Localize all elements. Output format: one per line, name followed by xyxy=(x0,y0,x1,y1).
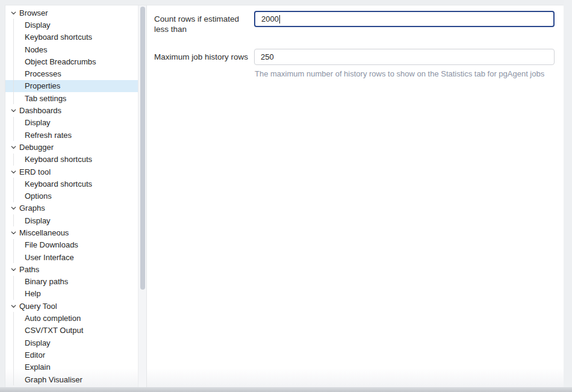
chevron-down-icon[interactable] xyxy=(9,143,17,151)
sidebar-item-label: Nodes xyxy=(25,45,48,54)
input-value: 2000 xyxy=(261,14,279,23)
sidebar-item-display[interactable]: Display xyxy=(5,214,138,226)
field-help-text: The maximum number of history rows to sh… xyxy=(254,69,555,79)
sidebar-item-label: Miscellaneous xyxy=(19,228,69,237)
sidebar-item-refresh-rates[interactable]: Refresh rates xyxy=(5,129,138,141)
sidebar-item-object-breadcrumbs[interactable]: Object Breadcrumbs xyxy=(5,55,138,67)
field-input-area: 250The maximum number of history rows to… xyxy=(254,49,555,79)
sidebar-item-properties[interactable]: Properties xyxy=(5,80,138,92)
sidebar-scrollbar-track[interactable] xyxy=(138,5,146,387)
sidebar-item-label: Processes xyxy=(25,69,61,78)
sidebar-item-label: Help xyxy=(25,289,41,298)
sidebar-item-display[interactable]: Display xyxy=(5,19,138,31)
sidebar-item-query-tool[interactable]: Query Tool xyxy=(5,300,138,312)
sidebar-item-label: Graphs xyxy=(19,204,45,213)
chevron-down-icon[interactable] xyxy=(9,167,17,176)
sidebar-item-user-interface[interactable]: User Interface xyxy=(5,251,138,263)
sidebar-item-label: Refresh rates xyxy=(25,131,72,140)
sidebar-item-file-downloads[interactable]: File Downloads xyxy=(5,239,138,251)
sidebar-item-display[interactable]: Display xyxy=(5,117,138,129)
form-field-row: Maximum job history rows250The maximum n… xyxy=(154,49,564,79)
field-label: Count rows if estimated less than xyxy=(154,11,254,34)
text-input[interactable]: 250 xyxy=(254,49,555,65)
sidebar-item-label: Display xyxy=(25,338,51,347)
sidebar-item-keyboard-shortcuts[interactable]: Keyboard shortcuts xyxy=(5,31,138,43)
sidebar-item-browser[interactable]: Browser xyxy=(5,7,138,19)
sidebar-item-label: Graph Visualiser xyxy=(25,375,82,384)
sidebar-item-label: Explain xyxy=(25,362,51,372)
sidebar-item-keyboard-shortcuts[interactable]: Keyboard shortcuts xyxy=(5,154,138,166)
sidebar-item-label: Display xyxy=(25,118,51,127)
sidebar-item-graphs[interactable]: Graphs xyxy=(5,202,138,214)
sidebar-item-options[interactable]: Options xyxy=(5,190,138,202)
sidebar-item-help[interactable]: Help xyxy=(5,288,138,300)
sidebar-item-label: ERD tool xyxy=(19,167,51,176)
sidebar-item-editor[interactable]: Editor xyxy=(5,349,138,361)
sidebar-item-binary-paths[interactable]: Binary paths xyxy=(5,276,138,288)
sidebar-item-label: Keyboard shortcuts xyxy=(25,155,92,164)
sidebar-item-label: Binary paths xyxy=(25,277,68,286)
chevron-down-icon[interactable] xyxy=(9,265,17,273)
preferences-form-panel: Count rows if estimated less than2000Max… xyxy=(147,5,564,387)
sidebar-item-label: File Downloads xyxy=(25,240,78,249)
chevron-down-icon[interactable] xyxy=(9,107,17,115)
sidebar-item-keyboard-shortcuts[interactable]: Keyboard shortcuts xyxy=(5,178,138,190)
sidebar-item-processes[interactable]: Processes xyxy=(5,67,138,79)
sidebar-item-label: Display xyxy=(25,20,51,30)
preferences-body: BrowserDisplayKeyboard shortcutsNodesObj… xyxy=(5,5,564,387)
sidebar-scrollbar-thumb[interactable] xyxy=(140,7,145,290)
sidebar-item-label: Editor xyxy=(25,350,45,359)
sidebar-item-dashboards[interactable]: Dashboards xyxy=(5,104,138,116)
sidebar-item-label: Auto completion xyxy=(25,314,81,323)
sidebar-item-debugger[interactable]: Debugger xyxy=(5,141,138,153)
preferences-form: Count rows if estimated less than2000Max… xyxy=(154,11,564,79)
sidebar-item-erd-tool[interactable]: ERD tool xyxy=(5,166,138,178)
text-caret xyxy=(279,15,280,23)
sidebar-item-nodes[interactable]: Nodes xyxy=(5,43,138,55)
sidebar-item-label: Options xyxy=(25,191,52,201)
sidebar-item-graph-visualiser[interactable]: Graph Visualiser xyxy=(5,373,138,385)
field-label: Maximum job history rows xyxy=(154,49,254,62)
sidebar-item-label: Paths xyxy=(19,265,39,274)
sidebar-item-display[interactable]: Display xyxy=(5,337,138,349)
sidebar-item-paths[interactable]: Paths xyxy=(5,263,138,275)
sidebar-item-label: Query Tool xyxy=(19,302,57,311)
sidebar-item-label: Dashboards xyxy=(19,106,61,115)
chevron-down-icon[interactable] xyxy=(9,228,17,237)
sidebar-item-label: Tab settings xyxy=(25,94,66,103)
sidebar-item-csv-txt-output[interactable]: CSV/TXT Output xyxy=(5,325,138,337)
chevron-down-icon[interactable] xyxy=(9,302,17,310)
sidebar-item-tab-settings[interactable]: Tab settings xyxy=(5,92,138,104)
sidebar-item-miscellaneous[interactable]: Miscellaneous xyxy=(5,226,138,238)
sidebar-item-label: Keyboard shortcuts xyxy=(25,33,92,42)
preferences-dialog: { "sidebar": { "items": [ {"label": "Bro… xyxy=(0,0,572,392)
sidebar-item-label: Debugger xyxy=(19,143,54,152)
sidebar-item-auto-completion[interactable]: Auto completion xyxy=(5,312,138,324)
chevron-down-icon[interactable] xyxy=(9,8,17,17)
input-value: 250 xyxy=(261,52,274,61)
text-input[interactable]: 2000 xyxy=(254,11,555,27)
dialog-bottom-edge xyxy=(0,387,572,392)
chevron-down-icon[interactable] xyxy=(9,204,17,213)
content-right-gutter xyxy=(564,0,572,387)
sidebar-item-label: Keyboard shortcuts xyxy=(25,179,92,188)
sidebar-item-label: Properties xyxy=(25,81,60,90)
preferences-tree: BrowserDisplayKeyboard shortcutsNodesObj… xyxy=(5,7,138,387)
sidebar-item-label: CSV/TXT Output xyxy=(25,326,83,335)
sidebar-item-label: User Interface xyxy=(25,253,74,262)
field-input-area: 2000 xyxy=(254,11,555,27)
sidebar-item-label: Object Breadcrumbs xyxy=(25,57,96,66)
sidebar-item-label: Browser xyxy=(19,8,48,17)
sidebar-item-explain[interactable]: Explain xyxy=(5,361,138,373)
preferences-sidebar: BrowserDisplayKeyboard shortcutsNodesObj… xyxy=(5,5,147,387)
form-field-row: Count rows if estimated less than2000 xyxy=(154,11,564,34)
sidebar-item-label: Display xyxy=(25,216,51,225)
